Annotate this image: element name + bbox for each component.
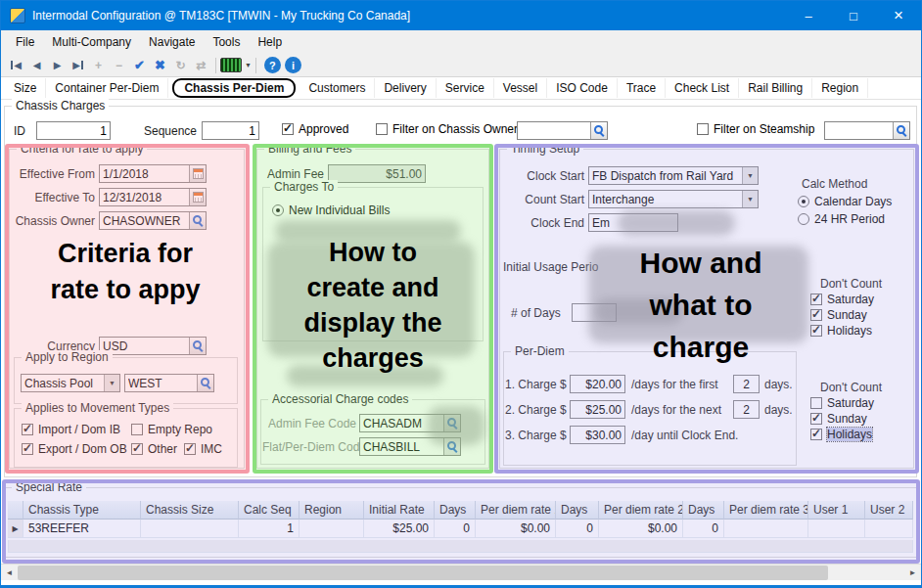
scrollbar-thumb[interactable] [18, 565, 828, 580]
chassis-owner-lookup-button[interactable] [590, 122, 607, 139]
filter-steamship-field-wrap [824, 121, 910, 140]
annotation-text-billing: How to create and display the charges [258, 235, 487, 376]
last-record-button[interactable]: ▶ [68, 56, 88, 75]
annotation-line: what to [588, 284, 813, 326]
next-record-icon: ▶ [54, 60, 62, 70]
annotation-text-criteria: Criteria for rate to appy [11, 236, 240, 308]
save-button[interactable]: ✔ [129, 56, 150, 75]
toolbar-separator [215, 58, 216, 73]
annotation-line: rate to appy [11, 272, 240, 308]
info-icon: i [292, 60, 295, 71]
previous-record-icon: ◀ [33, 60, 41, 70]
filter-chassis-owner-field-wrap [517, 121, 608, 140]
checkbox-box [697, 123, 709, 135]
info-button[interactable]: i [285, 57, 301, 73]
tab-iso-code[interactable]: ISO Code [547, 78, 618, 98]
remove-record-icon: − [115, 59, 122, 72]
steamship-lookup-button[interactable] [893, 122, 909, 139]
maximize-button[interactable]: □ [831, 1, 876, 30]
help-button[interactable]: ? [264, 57, 281, 73]
horizontal-scrollbar[interactable]: ◄ ► [1, 564, 921, 580]
annotation-line: Criteria for [11, 236, 240, 272]
id-label: ID [14, 124, 25, 138]
filter-chassis-owner-field[interactable] [518, 122, 590, 139]
app-icon [10, 8, 25, 23]
tab-rail-billing[interactable]: Rail Billing [739, 78, 812, 98]
menu-file[interactable]: File [7, 32, 43, 52]
tab-size[interactable]: Size [5, 78, 46, 98]
annotation-line: charges [258, 340, 487, 376]
remove-record-button[interactable]: − [109, 56, 129, 75]
tab-customers[interactable]: Customers [300, 78, 375, 98]
id-field[interactable] [36, 121, 111, 140]
window-bottom-border [1, 585, 921, 587]
annotation-line: How to [258, 235, 487, 270]
tab-container-per-diem[interactable]: Container Per-Diem [46, 78, 168, 98]
annotation-box-criteria [5, 144, 250, 474]
main-content: Chassis Charges ID Sequence Approved Fil… [1, 99, 921, 587]
menu-multi-company[interactable]: Multi-Company [43, 32, 140, 52]
checkbox-box [282, 123, 294, 135]
magnifier-icon [594, 125, 605, 136]
title-bar: Intermodal Configuration @ TM183C [TMWIN… [1, 1, 921, 30]
approved-checkbox[interactable]: Approved [282, 122, 348, 136]
scroll-right-button[interactable]: ► [904, 565, 921, 581]
app-window: Intermodal Configuration @ TM183C [TMWIN… [0, 0, 922, 588]
previous-record-button[interactable]: ◀ [26, 56, 47, 75]
tab-trace[interactable]: Trace [618, 78, 666, 98]
filter-steamship-checkbox[interactable]: Filter on Steamship [697, 122, 814, 136]
refresh-button[interactable]: ↻ [170, 56, 191, 75]
tab-vessel[interactable]: Vessel [494, 78, 547, 98]
tab-service[interactable]: Service [437, 78, 494, 98]
menu-bar: File Multi-Company Navigate Tools Help [1, 30, 921, 54]
sequence-field[interactable] [202, 121, 259, 140]
edi-dropdown-arrow-icon: ▼ [245, 62, 252, 68]
cancel-button[interactable]: ✖ [150, 56, 170, 75]
approved-label: Approved [299, 122, 348, 136]
first-record-bar-icon [11, 61, 13, 69]
magnifier-icon [897, 125, 907, 136]
close-button[interactable]: × [876, 1, 921, 30]
next-record-button[interactable]: ▶ [47, 56, 68, 75]
annotation-line: charge [588, 326, 813, 368]
tab-delivery[interactable]: Delivery [375, 78, 436, 98]
chassis-charges-legend: Chassis Charges [12, 99, 109, 113]
menu-tools[interactable]: Tools [204, 32, 249, 52]
window-controls: – □ × [786, 1, 921, 30]
sequence-label: Sequence [144, 124, 197, 138]
menu-help[interactable]: Help [249, 32, 291, 52]
transfer-icon: ⇄ [196, 59, 206, 72]
edi-tool-icon [220, 58, 242, 72]
first-record-button[interactable]: ◀ [6, 56, 26, 75]
annotation-text-timing: How and what to charge [588, 242, 813, 368]
annotation-line: display the [258, 305, 487, 340]
edi-tool-button[interactable]: ▼ [220, 56, 252, 75]
refresh-icon: ↻ [175, 59, 185, 72]
checkbox-box [376, 123, 388, 135]
add-record-button[interactable]: + [88, 56, 109, 75]
cancel-x-icon: ✖ [155, 58, 165, 72]
filter-steamship-label: Filter on Steamship [714, 122, 814, 136]
minimize-button[interactable]: – [786, 1, 831, 30]
save-check-icon: ✔ [134, 58, 145, 72]
help-icon: ? [269, 60, 276, 71]
toolbar: ◀ ◀ ▶ ▶ + − ✔ ✖ ↻ ⇄ ▼ ? i [1, 54, 921, 77]
filter-chassis-owner-checkbox[interactable]: Filter on Chassis Owner [376, 122, 518, 136]
tab-check-list[interactable]: Check List [666, 78, 739, 98]
transfer-button[interactable]: ⇄ [191, 56, 211, 75]
menu-navigate[interactable]: Navigate [140, 32, 204, 52]
last-record-bar-icon [81, 61, 83, 69]
tab-chassis-per-diem[interactable]: Chassis Per-Diem [172, 78, 296, 98]
tab-region[interactable]: Region [812, 78, 868, 98]
annotation-box-special-rate [2, 479, 920, 564]
first-record-icon: ◀ [14, 60, 22, 70]
add-record-icon: + [95, 59, 102, 72]
scroll-left-button[interactable]: ◄ [1, 565, 18, 581]
toolbar-separator [255, 58, 256, 73]
filter-chassis-owner-label: Filter on Chassis Owner [392, 122, 518, 136]
tab-strip: Size Container Per-Diem Chassis Per-Diem… [1, 77, 921, 100]
window-title: Intermodal Configuration @ TM183C [TMWIN… [32, 9, 410, 23]
filter-steamship-field[interactable] [825, 122, 893, 139]
annotation-line: How and [588, 242, 813, 284]
annotation-line: create and [258, 270, 487, 305]
